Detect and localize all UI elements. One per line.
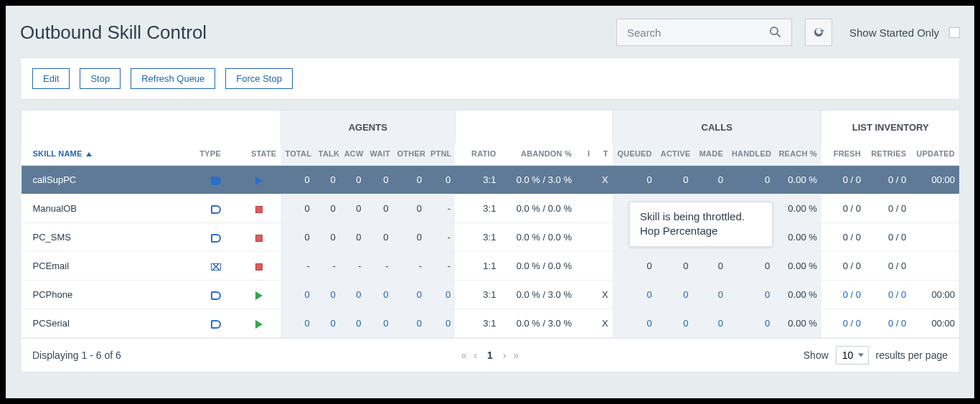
cell-ptnl: - xyxy=(426,223,455,252)
cell-updated: 00:00 xyxy=(910,166,959,194)
force-stop-button[interactable]: Force Stop xyxy=(225,68,293,89)
col-total[interactable]: TOTAL xyxy=(281,144,314,166)
cell-fresh: 0 / 0 xyxy=(821,281,865,309)
col-wait[interactable]: WAIT xyxy=(366,144,393,166)
col-ptnl[interactable]: PTNL xyxy=(426,144,455,166)
cell-queued: 0 xyxy=(613,281,656,309)
table-row[interactable]: PCSerial0000003:10.0 % / 3.0 %X00000.00 … xyxy=(22,309,960,338)
rpp-select[interactable]: 10 xyxy=(836,346,869,365)
cell-handled: 0 xyxy=(727,252,774,281)
cell-active: 0 xyxy=(656,281,693,309)
cell-name: PCPhone xyxy=(22,281,196,309)
search-input[interactable] xyxy=(626,19,768,45)
cell-name: PC_SMS xyxy=(22,223,196,252)
col-updated[interactable]: UPDATED xyxy=(910,144,959,166)
table-row[interactable]: callSupPC0000003:10.0 % / 3.0 %X00000.00… xyxy=(22,166,960,194)
cell-t: X xyxy=(594,309,612,338)
cell-ratio: 3:1 xyxy=(455,223,500,252)
pager-first-icon[interactable]: « xyxy=(461,349,467,361)
col-reach[interactable]: REACH % xyxy=(774,144,821,166)
table-row[interactable]: PCEmail------1:10.0 % / 0.0 %00000.00 %0… xyxy=(22,252,960,281)
col-queued[interactable]: QUEUED xyxy=(613,144,656,166)
cell-state xyxy=(237,166,281,194)
stop-icon xyxy=(255,206,263,213)
cell-talk: 0 xyxy=(314,281,340,309)
cell-talk: - xyxy=(314,252,340,281)
col-state[interactable]: STATE xyxy=(237,144,281,166)
table: AGENTS CALLS LIST INVENTORY SKILL NAME T… xyxy=(21,111,959,338)
cell-queued: 0 xyxy=(613,252,656,281)
cell-updated xyxy=(910,252,959,281)
cell-ratio: 3:1 xyxy=(455,166,500,194)
search-field[interactable] xyxy=(616,19,792,46)
cell-other: 0 xyxy=(393,309,426,338)
cell-wait: 0 xyxy=(366,309,393,338)
cell-active: 0 xyxy=(656,309,693,338)
col-skill-name[interactable]: SKILL NAME xyxy=(22,144,196,166)
col-i[interactable]: I xyxy=(576,144,594,166)
col-fresh[interactable]: FRESH xyxy=(821,144,865,166)
cell-type xyxy=(195,223,237,252)
cell-total: 0 xyxy=(281,194,314,223)
edit-button[interactable]: Edit xyxy=(32,68,70,89)
cell-active: 0 xyxy=(656,166,693,194)
pager-prev-icon[interactable]: ‹ xyxy=(473,349,477,361)
cell-name: PCSerial xyxy=(22,309,196,338)
table-row[interactable]: PC_SMS00000-3:10.0 % / 0.0 %00000.00 %0 … xyxy=(22,223,960,252)
cell-fresh: 0 / 0 xyxy=(821,223,865,252)
col-other[interactable]: OTHER xyxy=(393,144,426,166)
pager-next-icon[interactable]: › xyxy=(503,349,507,361)
table-row[interactable]: ManualOB00000-3:10.0 % / 0.0 %0.00 %0 / … xyxy=(22,194,960,223)
stop-button[interactable]: Stop xyxy=(80,68,121,89)
cell-retries: 0 / 0 xyxy=(865,194,910,223)
show-started-only-checkbox[interactable] xyxy=(949,27,960,38)
stop-icon xyxy=(255,235,263,242)
col-active[interactable]: ACTIVE xyxy=(656,144,693,166)
col-handled[interactable]: HANDLED xyxy=(727,144,774,166)
cell-t: X xyxy=(594,166,612,194)
cell-abandon: 0.0 % / 0.0 % xyxy=(500,194,576,223)
throttle-tooltip: Skill is being throttled. Hop Percentage xyxy=(629,202,773,247)
search-icon[interactable] xyxy=(768,25,783,39)
cell-wait: 0 xyxy=(366,223,393,252)
play-icon xyxy=(255,291,263,300)
cell-t xyxy=(594,223,612,252)
cell-updated xyxy=(910,223,959,252)
cell-other: 0 xyxy=(393,281,426,309)
cell-ptnl: 0 xyxy=(426,166,455,194)
cell-reach: 0.00 % xyxy=(774,252,821,281)
page-title: Outbound Skill Control xyxy=(20,22,207,44)
toolbar-panel: Edit Stop Refresh Queue Force Stop xyxy=(20,57,960,100)
toolbar: Edit Stop Refresh Queue Force Stop xyxy=(21,58,959,99)
refresh-queue-button[interactable]: Refresh Queue xyxy=(131,68,215,89)
cell-name: ManualOB xyxy=(22,194,196,223)
col-made[interactable]: MADE xyxy=(692,144,727,166)
stop-icon xyxy=(255,263,263,271)
cell-state xyxy=(237,194,281,223)
cell-acw: 0 xyxy=(340,166,366,194)
cell-acw: 0 xyxy=(340,223,366,252)
col-talk[interactable]: TALK xyxy=(314,144,340,166)
cell-handled: 0 xyxy=(727,281,774,309)
cell-talk: 0 xyxy=(314,309,340,338)
col-t[interactable]: T xyxy=(594,144,612,166)
pager-last-icon[interactable]: » xyxy=(514,349,519,361)
col-ratio[interactable]: RATIO xyxy=(455,144,500,166)
refresh-button[interactable] xyxy=(805,19,832,46)
cell-reach: 0.00 % xyxy=(774,281,821,309)
table-row[interactable]: PCPhone0000003:10.0 % / 3.0 %X00000.00 %… xyxy=(22,281,960,309)
cell-handled: 0 xyxy=(727,166,774,194)
show-started-only[interactable]: Show Started Only xyxy=(849,27,960,39)
cell-total: 0 xyxy=(281,281,314,309)
cell-i xyxy=(576,281,594,309)
cell-queued: 0 xyxy=(613,166,656,194)
col-acw[interactable]: ACW xyxy=(340,144,366,166)
col-abandon[interactable]: ABANDON % xyxy=(500,144,576,166)
cell-ratio: 3:1 xyxy=(455,194,500,223)
col-retries[interactable]: RETRIES xyxy=(865,144,910,166)
cell-total: 0 xyxy=(281,166,314,194)
cell-retries: 0 / 0 xyxy=(865,166,910,194)
header: Outbound Skill Control Show Started Only xyxy=(20,19,960,46)
col-type[interactable]: TYPE xyxy=(195,144,237,166)
cell-fresh: 0 / 0 xyxy=(821,309,865,338)
